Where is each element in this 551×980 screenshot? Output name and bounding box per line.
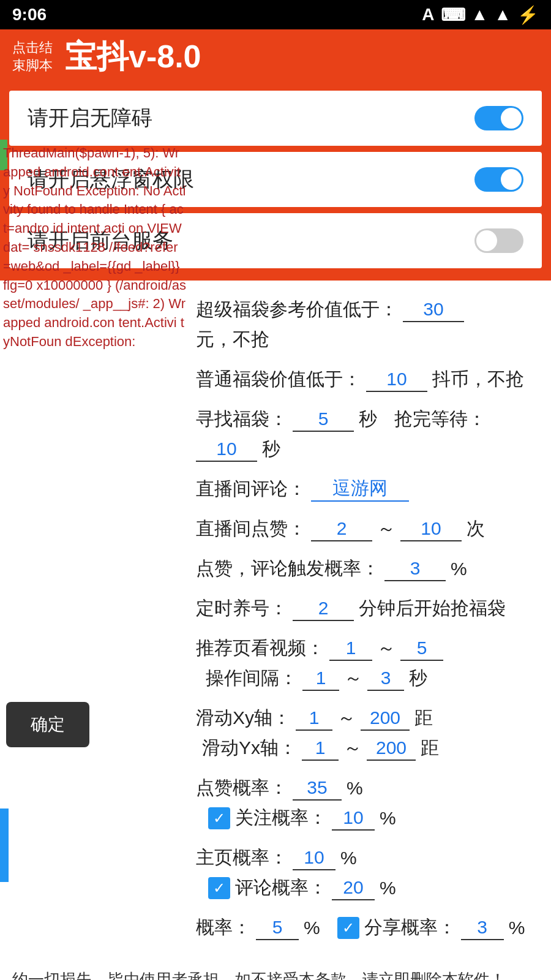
share-rate-input[interactable] bbox=[461, 916, 504, 940]
comment2-label: 评论概率： bbox=[235, 875, 327, 900]
scroll-y-min[interactable] bbox=[302, 736, 339, 761]
back-rate-input[interactable] bbox=[256, 916, 299, 940]
comment-label: 直播间评论： bbox=[196, 477, 306, 502]
scroll-y-unit: 距 bbox=[421, 736, 439, 761]
op-interval-unit: 秒 bbox=[409, 666, 427, 691]
status-time: 9:06 bbox=[12, 5, 47, 24]
comment-rate-label: 点赞，评论触发概率： bbox=[196, 556, 380, 581]
rec-video-max[interactable] bbox=[400, 636, 443, 661]
scroll-x-min[interactable] bbox=[296, 706, 332, 731]
rec-video-label: 推荐页看视频： bbox=[196, 636, 324, 661]
find-bag-label: 寻找福袋： bbox=[196, 407, 288, 432]
find-bag-input[interactable] bbox=[293, 407, 354, 432]
comment-rate-row: 点赞，评论触发概率： % bbox=[196, 549, 539, 589]
comment2-check-wrap: ✓ 评论概率： % bbox=[208, 875, 396, 900]
normal-bag-row: 普通福袋价值低于： 抖币，不抢 bbox=[196, 360, 539, 399]
overlay-toggle[interactable] bbox=[474, 167, 523, 192]
home-rate-row: 主页概率： % ✓ 评论概率： % bbox=[196, 838, 539, 908]
follow-checkbox[interactable]: ✓ bbox=[208, 807, 230, 829]
home-rate-unit: % bbox=[340, 848, 357, 869]
rec-video-min[interactable] bbox=[329, 636, 372, 661]
scroll-y-max[interactable] bbox=[367, 736, 416, 761]
text-icon: A bbox=[422, 5, 434, 24]
like-rate-unit: % bbox=[347, 778, 363, 799]
comment-input[interactable] bbox=[311, 477, 409, 502]
status-bar: 9:06 A ⌨ ▲ ▲ ⚡ bbox=[0, 0, 551, 29]
header: 点击结 束脚本 宝抖v-8.0 bbox=[0, 29, 551, 85]
super-luckybag-unit: 元，不抢 bbox=[196, 327, 269, 352]
log-overlay: ThreadMain($pawn-1), 5): Wrapped android… bbox=[0, 141, 190, 747]
scroll-y-label: 滑动Yx轴： bbox=[202, 736, 297, 761]
battery-icon: ⚡ bbox=[517, 5, 539, 25]
log-text: ThreadMain($pawn-1), 5): Wrapped android… bbox=[0, 141, 190, 355]
blue-indicator bbox=[0, 809, 9, 882]
comment2-checkbox[interactable]: ✓ bbox=[208, 877, 230, 899]
follow-check-wrap: ✓ 关注概率： % bbox=[208, 805, 396, 831]
follow-label: 关注概率： bbox=[235, 805, 327, 831]
accessibility-toggle-row: 请开启无障碍 bbox=[9, 91, 542, 146]
follow-rate-input[interactable] bbox=[332, 806, 375, 831]
like-unit: 次 bbox=[467, 516, 485, 541]
keyboard-icon: ⌨ bbox=[441, 5, 465, 25]
disclaimer: 约一切损失，皆由使用者承担。如不接受本条款，请立即删除本软件！ bbox=[0, 957, 551, 980]
normal-bag-input[interactable] bbox=[366, 368, 427, 392]
timer-label: 定时养号： bbox=[196, 596, 288, 621]
comment-rate-unit: % bbox=[451, 559, 467, 579]
like-rate-row: 点赞概率： % ✓ 关注概率： % bbox=[196, 768, 539, 838]
like-label: 直播间点赞： bbox=[196, 516, 306, 541]
op-interval-min[interactable] bbox=[302, 666, 339, 691]
scroll-x-unit: 距 bbox=[414, 706, 433, 731]
find-bag-unit: 秒 bbox=[359, 407, 377, 432]
comment2-rate-unit: % bbox=[380, 878, 396, 899]
follow-rate-unit: % bbox=[380, 808, 396, 829]
back-rate-unit: % bbox=[304, 918, 320, 938]
scroll-x-max[interactable] bbox=[361, 706, 410, 731]
header-left-text: 点击结 束脚本 bbox=[12, 39, 53, 74]
scroll-row: 滑动Xy轴： ～ 距 滑动Yx轴： ～ 距 bbox=[196, 698, 539, 768]
signal-icon: ▲ bbox=[494, 5, 511, 24]
like-rate-label: 点赞概率： bbox=[196, 775, 288, 801]
comment-rate-input[interactable] bbox=[384, 557, 446, 581]
normal-bag-label: 普通福袋价值低于： bbox=[196, 367, 361, 392]
wifi-icon: ▲ bbox=[471, 5, 489, 24]
back-rate-row: 概率： % ✓ 分享概率： % bbox=[196, 908, 539, 948]
timer-unit: 分钟后开始抢福袋 bbox=[359, 596, 506, 621]
timer-input[interactable] bbox=[293, 597, 354, 621]
comment2-rate-input[interactable] bbox=[332, 876, 375, 900]
like-row: 直播间点赞： ～ 次 bbox=[196, 509, 539, 549]
scroll-x-label: 滑动Xy轴： bbox=[196, 706, 291, 731]
wait-unit: 秒 bbox=[262, 437, 280, 462]
wait-input[interactable] bbox=[196, 437, 257, 462]
share-rate-unit: % bbox=[509, 918, 525, 938]
rec-video-row: 推荐页看视频： ～ 操作间隔： ～ 秒 bbox=[196, 628, 539, 698]
timer-row: 定时养号： 分钟后开始抢福袋 bbox=[196, 589, 539, 628]
share-label: 分享概率： bbox=[364, 915, 456, 940]
find-bag-row: 寻找福袋： 秒 抢完等待： 秒 bbox=[196, 399, 539, 469]
home-rate-input[interactable] bbox=[293, 846, 335, 870]
like-min-input[interactable] bbox=[311, 517, 372, 541]
like-max-input[interactable] bbox=[400, 517, 462, 541]
wait-label: 抢完等待： bbox=[394, 407, 486, 432]
status-icons: A ⌨ ▲ ▲ ⚡ bbox=[422, 5, 539, 25]
accessibility-label: 请开启无障碍 bbox=[28, 104, 152, 132]
op-interval-max[interactable] bbox=[367, 666, 404, 691]
back-rate-label: 概率： bbox=[196, 915, 251, 940]
foreground-toggle[interactable] bbox=[474, 228, 523, 253]
super-luckybag-row: 超级福袋参考价值低于： 元，不抢 bbox=[196, 290, 539, 360]
confirm-button[interactable]: 确定 bbox=[6, 702, 89, 747]
super-luckybag-input[interactable] bbox=[403, 298, 464, 322]
disclaimer-text: 约一切损失，皆由使用者承担。如不接受本条款，请立即删除本软件！ bbox=[12, 970, 506, 980]
comment-row: 直播间评论： bbox=[196, 469, 539, 509]
normal-bag-unit: 抖币，不抢 bbox=[432, 367, 524, 392]
accessibility-toggle[interactable] bbox=[474, 106, 523, 130]
super-luckybag-label: 超级福袋参考价值低于： bbox=[196, 297, 398, 322]
like-rate-input[interactable] bbox=[293, 776, 342, 801]
home-rate-label: 主页概率： bbox=[196, 845, 288, 870]
share-check-wrap: ✓ 分享概率： % bbox=[337, 915, 525, 940]
share-checkbox[interactable]: ✓ bbox=[337, 917, 359, 939]
app-title: 宝抖v-8.0 bbox=[65, 36, 201, 78]
op-interval-label: 操作间隔： bbox=[206, 666, 298, 691]
